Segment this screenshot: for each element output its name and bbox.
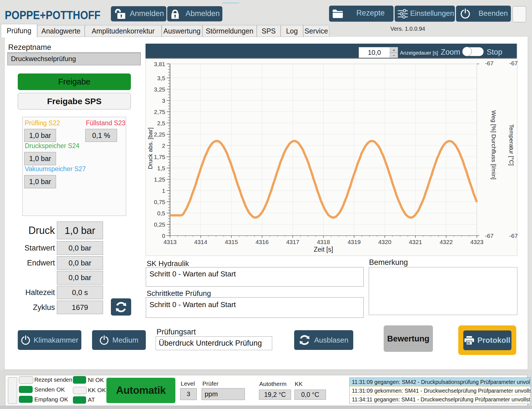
svg-text:4316: 4316	[256, 239, 269, 245]
svg-text:4315: 4315	[225, 239, 238, 245]
svg-text:1,75: 1,75	[154, 154, 165, 160]
svg-text:-67: -67	[509, 233, 518, 239]
svg-text:4313: 4313	[164, 239, 177, 245]
svg-text:-67: -67	[485, 233, 493, 239]
svg-text:4319: 4319	[348, 239, 361, 245]
svg-text:2,75: 2,75	[154, 109, 165, 115]
svg-text:1: 1	[162, 187, 165, 194]
svg-text:0,75: 0,75	[154, 199, 165, 205]
svg-text:3,81: 3,81	[154, 61, 165, 67]
svg-text:Weg [%] Durchfluss [l/min]: Weg [%] Durchfluss [l/min]	[491, 110, 497, 180]
svg-text:0,5: 0,5	[157, 210, 166, 216]
svg-text:0: 0	[162, 233, 165, 239]
svg-text:-67: -67	[485, 60, 493, 66]
svg-text:1,5: 1,5	[157, 165, 166, 171]
svg-text:3: 3	[162, 97, 165, 104]
svg-text:4320: 4320	[378, 239, 392, 245]
svg-text:4321: 4321	[409, 239, 422, 245]
svg-text:3,25: 3,25	[154, 86, 165, 93]
svg-text:2: 2	[162, 142, 165, 149]
svg-text:Druck abs. [bar]: Druck abs. [bar]	[147, 128, 153, 169]
svg-text:2,25: 2,25	[154, 131, 165, 138]
svg-text:2,5: 2,5	[157, 120, 166, 126]
svg-text:Temperatur [°C]: Temperatur [°C]	[508, 124, 515, 166]
svg-text:Zeit [s]: Zeit [s]	[314, 246, 333, 253]
svg-text:4314: 4314	[194, 239, 207, 245]
svg-text:-67: -67	[509, 60, 518, 66]
svg-text:4323: 4323	[470, 239, 484, 245]
svg-text:4322: 4322	[440, 239, 453, 245]
svg-text:3,5: 3,5	[157, 75, 166, 81]
svg-text:0,25: 0,25	[154, 221, 165, 228]
svg-text:4318: 4318	[317, 239, 330, 245]
svg-text:1,25: 1,25	[154, 176, 165, 183]
svg-text:4317: 4317	[286, 239, 299, 245]
